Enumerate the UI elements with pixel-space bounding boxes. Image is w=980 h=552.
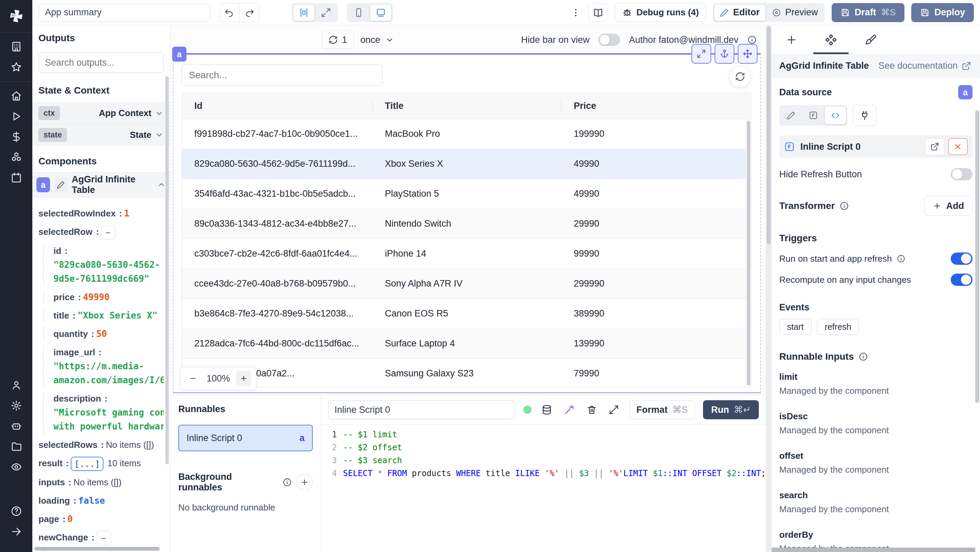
windmill-logo-icon[interactable] (0, 4, 32, 28)
output-tree-item[interactable]: selectedRow:− (38, 225, 164, 240)
redo-button[interactable] (239, 3, 259, 22)
resources-cubes-icon[interactable] (0, 147, 32, 167)
recompute-toggle[interactable] (951, 274, 972, 286)
folders-icon[interactable] (0, 436, 32, 457)
hide-bar-toggle[interactable] (598, 34, 620, 46)
table-row[interactable]: 4c83-8022-5e70a07a2...Samsung Galaxy S23… (182, 359, 751, 388)
delete-script-trash-icon[interactable] (585, 404, 599, 415)
app-summary-input[interactable] (38, 4, 210, 21)
table-row[interactable]: c303bce7-cb2e-42c6-8fdf-6aa01fc4e4...iPh… (182, 239, 751, 269)
table-row[interactable]: 2128adca-7fc6-44bd-800c-dc115df6ac...Sur… (182, 329, 751, 359)
favorites-star-icon[interactable] (0, 57, 32, 77)
workers-robot-icon[interactable] (0, 416, 32, 436)
add-background-runnable-button[interactable] (296, 474, 313, 490)
canvas-scrollbar[interactable] (765, 25, 772, 552)
table-row[interactable]: f991898d-cb27-4ac7-b10c-0b9050ce1...MacB… (182, 119, 751, 149)
collapse-sidebar-arrow-icon[interactable] (0, 521, 32, 542)
center-align-toggle[interactable] (293, 5, 314, 21)
run-button[interactable]: Run ⌘↵ (703, 400, 759, 419)
table-row[interactable]: 829ca080-5630-4562-9d5e-7611199d...Xbox … (182, 149, 751, 179)
column-header-price[interactable]: Price (562, 93, 751, 119)
more-options-kebab-icon[interactable] (570, 8, 582, 18)
mode-static-pencil[interactable] (781, 107, 802, 124)
tab-styling[interactable] (851, 25, 890, 54)
code-area[interactable]: 1234 -- $1 limit-- $2 offset-- $3 search… (321, 425, 765, 552)
app-canvas[interactable]: a (170, 54, 765, 395)
hide-refresh-toggle[interactable] (951, 168, 972, 180)
database-icon[interactable] (540, 404, 554, 415)
mode-eval-code[interactable] (825, 107, 846, 124)
output-tree-item[interactable]: image_url:"https://m.media-amazon.com/im… (43, 345, 164, 387)
state-row[interactable]: state State (32, 124, 170, 146)
event-chip-start[interactable]: start (779, 319, 811, 335)
see-documentation-link[interactable]: See documentation (878, 60, 972, 71)
tab-component-settings[interactable] (811, 25, 851, 54)
output-tree-item[interactable]: description:"Microsoft gaming consolewit… (43, 392, 164, 434)
component-tree-item[interactable]: a AgGrid Infinite Table (32, 172, 170, 197)
remove-script-button[interactable] (948, 138, 968, 155)
search-outputs-input[interactable] (38, 52, 164, 73)
column-header-title[interactable]: Title (372, 93, 562, 119)
event-chip-refresh[interactable]: refresh (817, 319, 859, 335)
run-on-start-toggle[interactable] (951, 253, 972, 265)
tab-insert-component[interactable] (772, 25, 811, 54)
audit-eye-icon[interactable] (0, 457, 32, 477)
settings-horizontal-scrollbar[interactable] (772, 547, 975, 552)
runs-play-icon[interactable] (0, 106, 32, 127)
draft-button[interactable]: Draft ⌘S (832, 3, 904, 22)
zoom-in-button[interactable]: + (236, 371, 251, 386)
docs-book-button[interactable] (588, 3, 608, 22)
component-tag[interactable]: a (172, 47, 186, 62)
output-tree-item[interactable]: page:0 (38, 512, 164, 526)
info-icon[interactable] (897, 254, 905, 263)
expand-array-button[interactable]: [...] (71, 457, 103, 471)
output-tree-item[interactable]: id:"829ca080-5630-4562-9d5e-7611199dc669… (43, 244, 164, 286)
table-search-input[interactable] (182, 65, 382, 86)
variables-dollar-icon[interactable] (0, 127, 32, 147)
output-tree-item[interactable]: result:[...]10 items (38, 457, 164, 471)
settings-vertical-scrollbar[interactable] (975, 110, 979, 403)
mobile-view-toggle[interactable] (348, 5, 369, 21)
settings-gear-icon[interactable] (0, 395, 32, 416)
table-row[interactable]: 89c0a336-1343-4812-ac34-e4bb8e27...Ninte… (182, 209, 751, 239)
output-tree-item[interactable]: newChange:− (38, 531, 164, 545)
deploy-button[interactable]: Deploy (911, 3, 974, 22)
add-transformer-button[interactable]: Add (924, 196, 972, 216)
output-tree-item[interactable]: price:49990 (43, 290, 164, 304)
frequency-dropdown[interactable]: once (360, 35, 394, 45)
help-icon[interactable] (0, 501, 32, 521)
edit-component-pencil-icon[interactable] (54, 177, 68, 192)
outputs-horizontal-scrollbar[interactable] (34, 547, 159, 550)
chevron-up-icon[interactable] (157, 180, 166, 189)
desktop-view-toggle[interactable] (370, 5, 391, 21)
output-tree-item[interactable]: selectedRows:No items ([]) (38, 438, 164, 452)
move-component-button[interactable] (738, 44, 757, 64)
refresh-count-button[interactable]: 1 (322, 31, 353, 49)
fullwidth-toggle[interactable] (315, 5, 337, 21)
collapse-button[interactable]: − (101, 225, 115, 240)
home-icon[interactable] (0, 86, 32, 106)
schedules-calendar-icon[interactable] (0, 167, 32, 188)
debug-runs-button[interactable]: Debug runs (4) (615, 3, 706, 22)
info-icon[interactable] (840, 201, 849, 211)
table-row[interactable]: ccee43dc-27e0-40a8-b768-b09579b0...Sony … (182, 269, 751, 299)
info-icon[interactable] (747, 35, 757, 45)
output-tree-item[interactable]: title:"Xbox Series X" (43, 309, 164, 323)
output-tree-item[interactable]: inputs:No items ([]) (38, 476, 164, 489)
ctx-row[interactable]: ctx App Context (32, 102, 170, 124)
table-row[interactable]: 354f6afd-43ac-4321-b1bc-0b5e5adcb...Play… (182, 179, 751, 209)
aggrid-component[interactable]: a (173, 53, 761, 393)
undo-button[interactable] (220, 3, 239, 22)
column-header-id[interactable]: Id (182, 93, 372, 119)
zoom-out-button[interactable]: − (185, 371, 200, 386)
output-tree-item[interactable]: loading:false (38, 494, 164, 508)
ai-wand-icon[interactable] (562, 404, 576, 415)
collapse-button[interactable]: − (97, 531, 111, 545)
output-tree-item[interactable]: quantity:50 (43, 327, 164, 341)
open-script-external-button[interactable] (925, 138, 945, 155)
workspace-icon[interactable] (0, 37, 32, 57)
mode-template-fx[interactable] (803, 107, 824, 124)
expand-editor-icon[interactable] (607, 405, 621, 415)
table-vertical-scrollbar[interactable] (746, 119, 751, 387)
output-tree-item[interactable]: selectedRowIndex:1 (38, 207, 164, 221)
